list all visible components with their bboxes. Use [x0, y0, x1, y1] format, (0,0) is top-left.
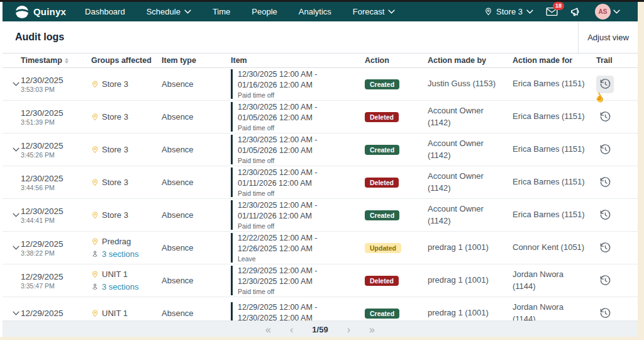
action-cell: Deleted [365, 112, 428, 122]
nav-item-forecast[interactable]: Forecast [353, 7, 396, 16]
trail-history-button[interactable]: ☝ [596, 239, 614, 257]
trail-history-button[interactable]: ☝ [596, 305, 614, 321]
column-header-action-made-by: Action made by [428, 56, 513, 65]
nav-item-dashboard[interactable]: Dashboard [85, 7, 125, 16]
sections-link[interactable]: 3 sections [102, 248, 139, 261]
app-window: Quinyx Dashboard Schedule Time People An… [3, 2, 638, 337]
store-selector[interactable]: Store 3 [484, 7, 533, 16]
announcements-button[interactable] [570, 6, 582, 17]
person-pin-icon [91, 249, 99, 258]
expand-row-chevron-icon[interactable] [13, 82, 21, 86]
chevron-down-icon [388, 9, 395, 14]
page-indicator: 1/59 [312, 325, 328, 334]
groups-affected-cell: Store 3 [91, 111, 162, 123]
action-badge: Created [365, 79, 399, 89]
made-for-name: Erica Barnes (1151) [513, 111, 587, 122]
timestamp-cell: 12/30/2025 3:45:26 PM [21, 141, 91, 159]
timestamp-cell: 12/30/2025 3:44:41 PM [21, 207, 91, 224]
expand-row-chevron-icon[interactable] [13, 213, 21, 217]
window-top-edge [0, 0, 644, 2]
location-pin-icon [91, 237, 99, 246]
item-range-line1: 12/30/2025 12:00 AM - [238, 135, 317, 145]
location-pin-icon [91, 178, 99, 187]
item-type-cell: Absence [162, 112, 231, 122]
trail-cell: ☝ [596, 108, 628, 126]
prev-page-button[interactable]: ‹ [290, 325, 293, 335]
action-made-for-cell: Erica Barnes (1151) [513, 209, 596, 220]
action-cell: Deleted [365, 178, 428, 188]
item-range-line1: 12/30/2025 12:00 AM - [238, 69, 317, 80]
nav-item-schedule[interactable]: Schedule [147, 7, 191, 16]
trail-history-button[interactable]: ☝ [596, 108, 614, 126]
item-subtype: Paid time off [238, 157, 317, 164]
made-for-name: Erica Barnes (1151) [513, 144, 587, 155]
item-range-line1: 12/29/2025 12:00 AM - [238, 266, 317, 276]
trail-history-button[interactable]: ☝ [596, 272, 614, 290]
first-page-button[interactable]: « [265, 325, 271, 335]
quinyx-logo-icon [15, 5, 29, 19]
top-nav: Quinyx Dashboard Schedule Time People An… [3, 2, 638, 21]
avatar: AS [595, 4, 611, 20]
trail-history-button[interactable]: ☝ [596, 207, 614, 224]
last-page-button[interactable]: » [369, 325, 375, 335]
timestamp-time: 3:53:03 PM [21, 86, 91, 93]
expand-row-chevron-icon[interactable] [13, 147, 21, 152]
table-body: 12/30/2025 3:53:03 PM Store 3 Absence 12… [3, 68, 638, 320]
action-made-for-cell: Jordan Nwora (1144) [513, 269, 596, 292]
groups-affected-cell: Store 3 [91, 209, 162, 222]
group-name: Store 3 [102, 144, 128, 156]
item-subtype: Paid time off [238, 288, 317, 295]
history-icon [599, 242, 611, 254]
trail-history-button[interactable]: ☝ [596, 174, 614, 191]
action-made-by-cell: Account Owner (1142) [428, 138, 513, 161]
item-subtype: Paid time off [238, 222, 317, 230]
made-by-name: predrag 1 (1001) [428, 307, 498, 319]
action-made-by-cell: predrag 1 (1001) [428, 275, 513, 286]
history-icon [599, 307, 611, 319]
sections-link[interactable]: 3 sections [102, 281, 139, 293]
item-range-line2: 01/05/2026 12:00 AM [238, 113, 317, 123]
location-pin-icon [484, 7, 492, 16]
trail-history-button[interactable]: ☝ [596, 141, 614, 159]
user-menu[interactable]: AS [595, 4, 620, 20]
sort-icon[interactable] [65, 58, 69, 64]
column-header-timestamp[interactable]: Timestamp [21, 56, 91, 65]
timestamp-cell: 12/30/2025 3:44:56 PM [21, 174, 91, 191]
item-cell: 12/22/2025 12:00 AM - 12/26/2025 12:00 A… [231, 233, 365, 263]
action-made-for-cell: Connor Kent (1051) [513, 242, 596, 253]
item-type-cell: Absence [162, 243, 231, 252]
group-name: Store 3 [102, 176, 128, 189]
item-accent-bar [231, 302, 233, 320]
nav-item-time[interactable]: Time [213, 7, 230, 16]
history-icon [599, 275, 611, 286]
history-icon [599, 209, 611, 221]
trail-cell: ☝ [596, 141, 628, 159]
action-made-for-cell: Erica Barnes (1151) [513, 176, 596, 188]
action-cell: Deleted [365, 276, 428, 286]
store-selector-label: Store 3 [496, 7, 523, 16]
item-range-line1: 12/30/2025 12:00 AM - [238, 102, 317, 113]
trail-cell: ☝ [596, 272, 628, 290]
nav-item-people[interactable]: People [252, 7, 277, 16]
table-row: 12/30/2025 3:44:41 PM Store 3 Absence 12… [3, 199, 638, 232]
messages-button[interactable]: 18 [546, 7, 558, 16]
trail-history-button[interactable]: ☝ [596, 76, 614, 93]
item-accent-bar [231, 233, 233, 263]
nav-item-analytics[interactable]: Analytics [299, 7, 331, 16]
table-row: 12/29/2025 3:38:22 PM Predrag 3 sections… [3, 232, 638, 264]
timestamp-date: 12/30/2025 [21, 174, 91, 183]
next-page-button[interactable]: › [347, 325, 350, 335]
item-accent-bar [231, 135, 233, 164]
expand-row-chevron-icon[interactable] [13, 246, 21, 250]
item-range-line2: 01/05/2026 12:00 AM [238, 145, 317, 156]
chevron-down-icon [184, 9, 191, 14]
made-for-name: Erica Barnes (1151) [513, 78, 587, 89]
quinyx-logo[interactable]: Quinyx [15, 5, 66, 19]
pagination-bar: « ‹ 1/59 › » [3, 320, 638, 338]
expand-row-chevron-icon[interactable] [13, 311, 21, 315]
megaphone-icon [570, 6, 582, 17]
adjust-view-button[interactable]: Adjust view [578, 21, 638, 53]
history-icon [599, 144, 611, 156]
item-accent-bar [231, 167, 233, 197]
timestamp-time: 3:44:56 PM [21, 184, 91, 191]
